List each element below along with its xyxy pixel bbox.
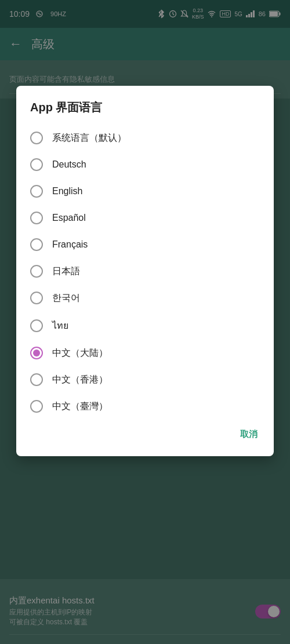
- dialog-title: App 界面语言: [16, 100, 274, 125]
- language-option-japanese[interactable]: 日本語: [16, 258, 274, 285]
- language-label-english: English: [52, 186, 82, 197]
- language-label-korean: 한국어: [52, 292, 80, 304]
- language-option-francais[interactable]: Français: [16, 231, 274, 258]
- language-label-espanol: Español: [52, 213, 86, 223]
- language-label-chinese-tw: 中文（臺灣）: [52, 401, 108, 413]
- radio-english: [30, 185, 43, 198]
- radio-deutsch: [30, 158, 43, 171]
- language-label-japanese: 日本語: [52, 265, 80, 278]
- cancel-button[interactable]: 取消: [233, 424, 264, 445]
- language-option-deutsch[interactable]: Deutsch: [16, 151, 274, 178]
- language-label-francais: Français: [52, 239, 88, 250]
- language-option-english[interactable]: English: [16, 178, 274, 205]
- radio-korean: [30, 292, 43, 304]
- language-label-chinese-hk: 中文（香港）: [52, 374, 108, 386]
- language-option-chinese-tw[interactable]: 中文（臺灣）: [16, 393, 274, 420]
- radio-chinese-hk: [30, 373, 43, 386]
- language-option-espanol[interactable]: Español: [16, 205, 274, 231]
- language-option-system[interactable]: 系统语言（默认）: [16, 125, 274, 151]
- language-label-deutsch: Deutsch: [52, 159, 86, 170]
- radio-francais: [30, 238, 43, 251]
- language-option-thai[interactable]: ไทย: [16, 311, 274, 340]
- language-option-chinese-hk[interactable]: 中文（香港）: [16, 366, 274, 393]
- language-option-korean[interactable]: 한국어: [16, 285, 274, 311]
- radio-espanol: [30, 212, 43, 224]
- radio-chinese-mainland: [30, 347, 43, 359]
- language-label-system: 系统语言（默认）: [52, 132, 126, 144]
- radio-system: [30, 132, 43, 144]
- radio-japanese: [30, 265, 43, 278]
- language-dialog: App 界面语言 系统语言（默认） Deutsch English Españo…: [16, 86, 274, 456]
- radio-chinese-tw: [30, 400, 43, 413]
- language-label-thai: ไทย: [52, 318, 68, 333]
- radio-thai: [30, 319, 43, 332]
- language-options-list: 系统语言（默认） Deutsch English Español Françai…: [16, 125, 274, 420]
- language-label-chinese-mainland: 中文（大陆）: [52, 347, 108, 359]
- language-option-chinese-mainland[interactable]: 中文（大陆）: [16, 340, 274, 366]
- dialog-actions: 取消: [16, 420, 274, 452]
